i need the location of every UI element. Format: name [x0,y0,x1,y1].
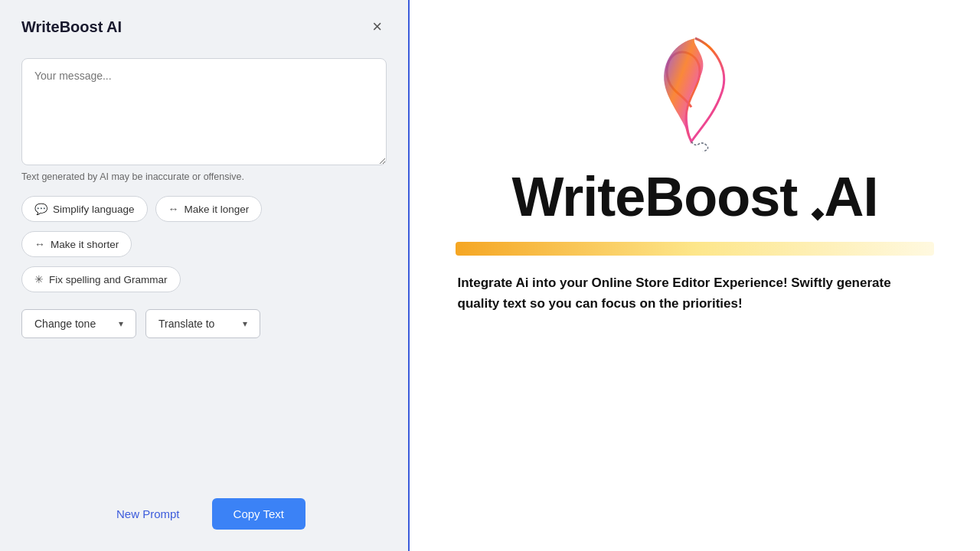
brand-description: Integrate Ai into your Online Store Edit… [458,272,933,314]
logo-area [653,31,737,161]
new-prompt-button[interactable]: New Prompt [103,500,194,528]
make-longer-button[interactable]: ↔ Make it longer [155,196,263,222]
disclaimer-text: Text generated by AI may be inaccurate o… [21,171,387,182]
dropdown-row: Change tone ▾ Translate to ▾ [21,309,387,338]
fix-spelling-button[interactable]: ✳ Fix spelling and Grammar [21,266,181,292]
copy-text-button[interactable]: Copy Text [212,498,305,530]
panel-title: WriteBoost AI [21,18,122,36]
diamond-accent-icon [812,208,825,221]
simplify-language-button[interactable]: 💬 Simplify language [21,196,148,222]
chat-icon: 💬 [34,203,47,215]
sparkle-icon: ✳ [34,273,44,285]
action-row-1: 💬 Simplify language ↔ Make it longer [21,196,387,222]
action-buttons-group: 💬 Simplify language ↔ Make it longer ↔ M… [21,196,387,292]
close-button[interactable]: × [368,17,387,37]
action-row-3: ✳ Fix spelling and Grammar [21,266,387,292]
chevron-down-icon: ▾ [119,318,123,329]
feather-logo-icon [653,31,737,153]
right-panel: WriteBoost AI Integrate Ai into your Onl… [410,0,980,551]
message-input[interactable] [21,58,387,165]
panel-body: Text generated by AI may be inaccurate o… [0,51,408,486]
action-row-2: ↔ Make it shorter [21,231,387,257]
compress-icon: ↔ [34,238,45,250]
translate-to-dropdown[interactable]: Translate to ▾ [145,309,260,338]
panel-header: WriteBoost AI × [0,0,408,51]
change-tone-dropdown[interactable]: Change tone ▾ [21,309,136,338]
chevron-down-icon: ▾ [243,318,247,329]
left-panel: WriteBoost AI × Text generated by AI may… [0,0,410,551]
bottom-actions: New Prompt Copy Text [0,486,408,551]
brand-title: WriteBoost AI [511,168,877,227]
expand-icon: ↔ [168,203,179,215]
make-shorter-button[interactable]: ↔ Make it shorter [21,231,132,257]
gradient-bar [456,242,934,256]
